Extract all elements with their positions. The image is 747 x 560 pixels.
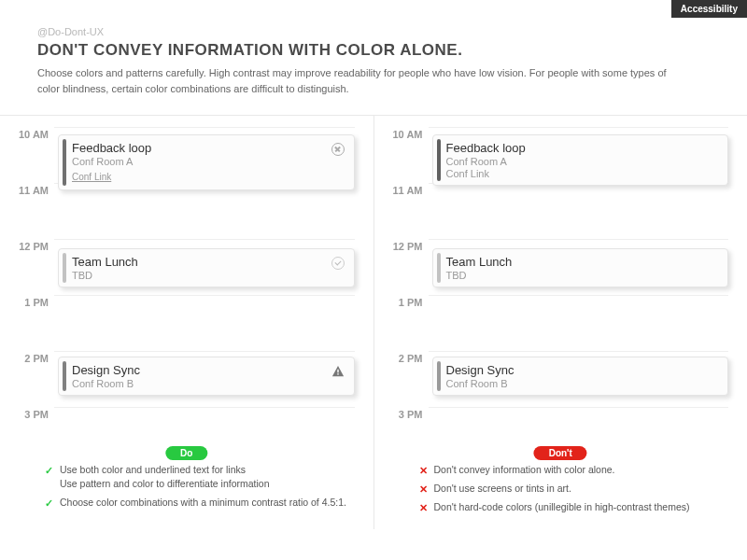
event-title: Team Lunch (446, 255, 719, 269)
list-item: ✕Don't hard-code colors (unillegible in … (419, 500, 722, 514)
event-room: TBD (446, 270, 719, 281)
list-item: ✕Don't convey information with color alo… (419, 463, 722, 477)
accessibility-badge: Accessibility (671, 0, 747, 18)
event-color-bar (437, 139, 441, 181)
dont-calendar: 10 AM 11 AM 12 PM 1 PM 2 PM 3 PM Feedbac… (374, 116, 748, 442)
dont-panel: 10 AM 11 AM 12 PM 1 PM 2 PM 3 PM Feedbac… (374, 116, 748, 529)
list-item: ✕Don't use screens or tints in art. (419, 482, 722, 496)
gridline (54, 127, 355, 128)
author-handle: @Do-Dont-UX (37, 26, 710, 37)
do-calendar: 10 AM 11 AM 12 PM 1 PM 2 PM 3 PM Feedbac… (0, 116, 374, 442)
time-label: 3 PM (11, 409, 49, 420)
event-link-plain: Conf Link (446, 168, 719, 179)
list-item: ✓Use both color and underlined text for … (45, 463, 347, 491)
x-icon: ✕ (419, 501, 428, 515)
svg-rect-0 (337, 370, 338, 373)
event-title: Feedback loop (446, 141, 719, 155)
event-room: Conf Room A (446, 156, 719, 167)
gridline (429, 407, 729, 408)
time-label: 3 PM (386, 409, 423, 420)
event-title: Design Sync (72, 363, 345, 377)
header: @Do-Dont-UX DON'T CONVEY INFORMATION WIT… (0, 0, 747, 105)
time-label: 1 PM (11, 297, 49, 308)
warning-icon (331, 365, 345, 378)
page-title: DON'T CONVEY INFORMATION WITH COLOR ALON… (37, 41, 710, 60)
list-item: ✓Choose color combinations with a minimu… (45, 496, 347, 510)
panels: 10 AM 11 AM 12 PM 1 PM 2 PM 3 PM Feedbac… (0, 115, 747, 529)
time-label: 11 AM (11, 185, 49, 196)
dont-pill: Don't (534, 446, 587, 460)
event-card[interactable]: Feedback loop Conf Room A Conf Link (432, 134, 729, 186)
event-card[interactable]: Design Sync Conf Room B (432, 357, 729, 396)
gridline (54, 239, 355, 240)
x-icon: ✕ (419, 483, 428, 497)
event-room: Conf Room B (72, 378, 345, 389)
event-color-bar (63, 361, 66, 391)
time-label: 2 PM (386, 353, 423, 364)
declined-icon (331, 143, 345, 156)
event-card[interactable]: Team Lunch TBD (58, 248, 355, 287)
event-card[interactable]: Feedback loop Conf Room A Conf Link (58, 134, 355, 190)
time-label: 12 PM (386, 241, 423, 252)
x-icon: ✕ (419, 464, 428, 478)
page-description: Choose colors and patterns carefully. Hi… (37, 65, 691, 96)
event-color-bar (63, 253, 66, 283)
event-color-bar (63, 139, 66, 186)
event-title: Design Sync (446, 363, 719, 377)
event-title: Feedback loop (72, 141, 345, 155)
time-column: 10 AM 11 AM 12 PM 1 PM 2 PM 3 PM (386, 123, 430, 442)
gridline (429, 239, 729, 240)
time-label: 12 PM (11, 241, 49, 252)
gridline (429, 351, 729, 352)
gridline (54, 407, 355, 408)
check-icon: ✓ (45, 464, 53, 478)
event-room: Conf Room B (446, 378, 719, 389)
do-panel: 10 AM 11 AM 12 PM 1 PM 2 PM 3 PM Feedbac… (0, 116, 374, 529)
event-card[interactable]: Design Sync Conf Room B (58, 357, 355, 396)
time-label: 2 PM (11, 353, 49, 364)
time-label: 10 AM (386, 129, 423, 140)
check-icon: ✓ (45, 497, 53, 511)
time-label: 1 PM (386, 297, 423, 308)
time-label: 10 AM (11, 129, 49, 140)
event-room: Conf Room A (72, 156, 345, 167)
gridline (429, 295, 729, 296)
do-pill: Do (165, 446, 207, 460)
gridline (429, 127, 729, 128)
event-room: TBD (72, 270, 345, 281)
gridline (54, 295, 355, 296)
svg-rect-1 (337, 373, 338, 374)
event-link[interactable]: Conf Link (72, 172, 111, 182)
event-color-bar (437, 361, 441, 391)
event-color-bar (437, 253, 441, 283)
event-title: Team Lunch (72, 255, 345, 269)
event-card[interactable]: Team Lunch TBD (432, 248, 729, 287)
time-column: 10 AM 11 AM 12 PM 1 PM 2 PM 3 PM (11, 123, 56, 442)
time-label: 11 AM (386, 185, 423, 196)
gridline (54, 351, 355, 352)
accepted-icon (331, 257, 345, 270)
